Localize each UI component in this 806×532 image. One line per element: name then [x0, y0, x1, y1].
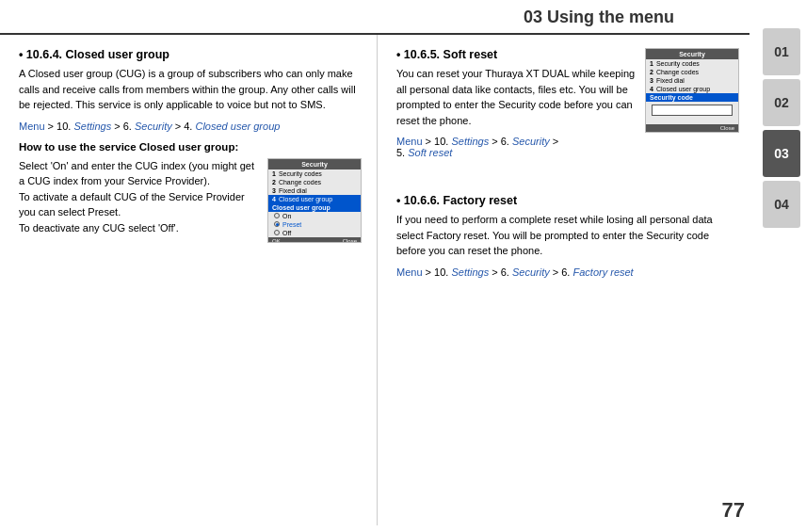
cug-body: A Closed user group (CUG) is a group of … — [19, 66, 362, 113]
footer-ok: OK — [272, 238, 281, 243]
factory-reset-word: Factory reset — [572, 266, 633, 278]
security-word-1: Security — [135, 121, 172, 132]
phone-screen-header-soft: Security — [646, 49, 738, 59]
page-header: 03 Using the menu — [0, 0, 750, 35]
phone-menu-soft-4: 4 Closed user group — [646, 85, 738, 93]
security-word-2: Security — [512, 136, 550, 147]
phone-footer-soft: Close — [646, 124, 738, 132]
factory-reset-section: • 10.6.6. Factory reset If you need to p… — [396, 194, 739, 278]
menu-word-1: Menu — [19, 121, 45, 132]
section-title-cug: • 10.6.4. Closed user group — [19, 48, 362, 61]
menu-word-3: Menu — [396, 266, 423, 278]
path-sep-2: > 6. — [114, 121, 135, 132]
path-sep-8: > 6. — [492, 266, 512, 278]
phone-screenshot-soft: Security 1 Security codes 2 Change codes… — [645, 48, 739, 133]
side-tab-03[interactable]: 03 — [763, 130, 800, 177]
phone-menu-soft-2: 2 Change codes — [646, 68, 738, 76]
left-column: • 10.6.4. Closed user group A Closed use… — [0, 35, 378, 525]
path-sep-7: > 10. — [426, 266, 452, 278]
phone-menu-item-4-selected: 4 Closed user group — [268, 195, 361, 203]
phone-radio-off: Off — [268, 229, 361, 237]
factory-body: If you need to perform a complete reset … — [396, 212, 739, 259]
phone-footer-cug: OK Close — [268, 237, 361, 243]
security-code-input — [652, 105, 733, 116]
path-sep-1: > 10. — [48, 121, 74, 132]
menu-path-soft: Menu > 10. Settings > 6. Security >5. So… — [396, 136, 739, 158]
phone-screen-soft: Security 1 Security codes 2 Change codes… — [646, 49, 738, 132]
phone-menu-soft-1: 1 Security codes — [646, 59, 738, 68]
side-tabs: 01 02 03 04 — [757, 0, 806, 532]
side-tab-01[interactable]: 01 — [763, 28, 800, 75]
menu-word-2: Menu — [396, 136, 423, 147]
settings-word-1: Settings — [73, 121, 111, 132]
page-number: 77 — [722, 498, 745, 523]
security-word-3: Security — [512, 266, 550, 278]
phone-radio-on: On — [268, 212, 361, 220]
main-content: • 10.6.4. Closed user group A Closed use… — [0, 35, 754, 525]
path-sep-3: > 4. — [175, 121, 196, 132]
phone-radio-preset: Preset — [268, 220, 361, 229]
path-sep-5: > 6. — [492, 136, 512, 147]
menu-path-factory: Menu > 10. Settings > 6. Security > 6. F… — [396, 266, 739, 278]
phone-menu-soft-3: 3 Fixed dial — [646, 76, 738, 85]
radio-dot-off — [274, 230, 280, 235]
phone-menu-item-2: 2 Change codes — [268, 178, 361, 186]
right-column: Security 1 Security codes 2 Change codes… — [378, 35, 754, 525]
phone-screen-cug: Security 1 Security codes 2 Change codes… — [268, 159, 361, 242]
phone-menu-item-3: 3 Fixed dial — [268, 186, 361, 195]
phone-sub-label-soft: Security code — [646, 93, 738, 102]
phone-screenshot-cug: Security 1 Security codes 2 Change codes… — [267, 158, 362, 243]
footer-close-soft: Close — [720, 125, 734, 131]
radio-dot-preset — [274, 221, 280, 227]
phone-screen-header-cug: Security — [268, 159, 361, 169]
section-title-factory: • 10.6.6. Factory reset — [396, 194, 739, 207]
soft-reset-word: Soft reset — [408, 147, 452, 158]
side-tab-02[interactable]: 02 — [763, 79, 800, 126]
phone-menu-item-1: 1 Security codes — [268, 169, 361, 178]
header-title: 03 Using the menu — [524, 8, 674, 26]
footer-close: Close — [343, 238, 357, 243]
menu-path-cug: Menu > 10. Settings > 6. Security > 4. C… — [19, 121, 362, 132]
path-sep-4: > 10. — [426, 136, 452, 147]
how-to-title: How to use the service Closed user group… — [19, 141, 362, 153]
phone-sub-label-cug: Closed user group — [268, 203, 361, 212]
radio-dot-on — [274, 213, 280, 218]
settings-word-2: Settings — [451, 136, 489, 147]
settings-word-3: Settings — [451, 266, 489, 278]
closed-word-1: Closed user group — [195, 121, 280, 132]
side-tab-04[interactable]: 04 — [763, 181, 800, 228]
path-sep-9: > 6. — [553, 266, 573, 278]
